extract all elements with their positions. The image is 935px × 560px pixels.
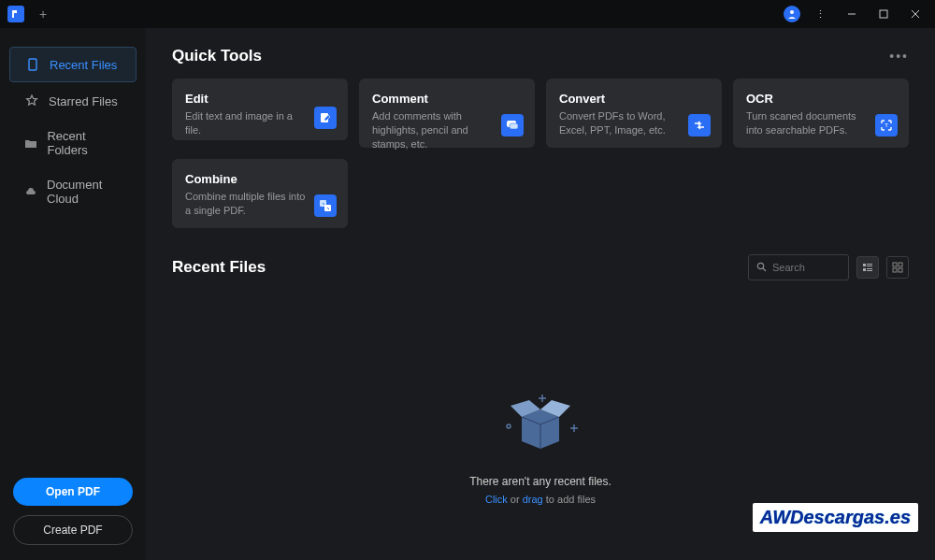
convert-icon <box>688 114 711 136</box>
sidebar-item-recent-folders[interactable]: Recent Folders <box>9 120 137 166</box>
search-icon <box>756 259 767 276</box>
maximize-button[interactable] <box>871 5 896 23</box>
svg-rect-17 <box>863 268 866 271</box>
tool-desc: Add comments with highlights, pencil and… <box>372 109 494 151</box>
drag-link[interactable]: drag <box>523 494 543 505</box>
sidebar: Recent Files Starred Files Recent Folder… <box>0 28 146 560</box>
main-content: Quick Tools ••• Edit Edit text and image… <box>146 28 935 560</box>
quick-tools-grid: Edit Edit text and image in a file. Comm… <box>172 79 909 228</box>
titlebar: + ⋮ <box>0 0 935 28</box>
svg-point-0 <box>790 10 794 14</box>
empty-state: There aren't any recent files. Click or … <box>172 383 909 505</box>
file-icon <box>25 57 40 72</box>
empty-title: There aren't any recent files. <box>469 475 611 488</box>
tool-card-combine[interactable]: Combine Combine multiple files into a si… <box>172 159 348 228</box>
svg-rect-18 <box>867 268 872 269</box>
click-link[interactable]: Click <box>485 494 508 505</box>
recent-files-title: Recent Files <box>172 258 266 277</box>
tool-title: Convert <box>559 92 709 106</box>
star-icon <box>24 93 39 108</box>
tool-desc: Combine multiple files into a single PDF… <box>185 190 307 218</box>
sidebar-item-starred-files[interactable]: Starred Files <box>9 84 137 118</box>
tool-title: Comment <box>372 92 522 106</box>
new-tab-button[interactable]: + <box>34 5 52 23</box>
svg-rect-5 <box>29 59 36 70</box>
tool-desc: Turn scaned documents into searchable PD… <box>746 109 868 137</box>
close-button[interactable] <box>903 5 928 23</box>
list-view-button[interactable] <box>856 256 879 279</box>
svg-rect-8 <box>510 123 518 129</box>
svg-rect-2 <box>880 10 887 18</box>
svg-point-12 <box>757 263 763 268</box>
svg-point-24 <box>507 424 511 428</box>
tool-desc: Edit text and image in a file. <box>185 109 307 137</box>
tool-card-comment[interactable]: Comment Add comments with highlights, pe… <box>359 79 535 148</box>
svg-text:T: T <box>885 122 888 128</box>
sidebar-item-label: Starred Files <box>49 94 118 108</box>
empty-subtitle: Click or drag to add files <box>485 494 596 505</box>
search-input-container[interactable] <box>748 254 849 280</box>
tool-card-ocr[interactable]: OCR Turn scaned documents into searchabl… <box>733 79 909 148</box>
svg-rect-20 <box>893 263 897 266</box>
user-avatar[interactable] <box>784 6 800 22</box>
sidebar-item-label: Recent Folders <box>47 129 122 157</box>
quick-tools-title: Quick Tools <box>172 47 262 65</box>
open-pdf-button[interactable]: Open PDF <box>13 478 133 506</box>
ocr-icon: T <box>875 114 898 136</box>
minimize-button[interactable] <box>840 5 864 23</box>
watermark: AWDescargas.es <box>753 503 918 532</box>
comment-icon <box>501 114 524 136</box>
tool-card-convert[interactable]: Convert Convert PDFs to Word, Excel, PPT… <box>546 79 722 148</box>
svg-rect-22 <box>893 268 897 272</box>
svg-rect-19 <box>867 270 872 271</box>
cloud-icon <box>24 184 37 199</box>
tool-desc: Convert PDFs to Word, Excel, PPT, Image,… <box>559 109 681 137</box>
edit-icon <box>314 107 337 129</box>
more-icon[interactable]: ••• <box>889 49 909 64</box>
tool-title: Edit <box>185 92 335 106</box>
sidebar-item-document-cloud[interactable]: Document Cloud <box>9 168 137 215</box>
search-input[interactable] <box>772 262 838 273</box>
sidebar-item-label: Document Cloud <box>47 178 122 206</box>
svg-rect-15 <box>867 264 872 265</box>
svg-line-13 <box>763 268 766 271</box>
folder-icon <box>24 136 37 151</box>
tool-title: OCR <box>746 92 896 106</box>
combine-icon <box>314 194 337 217</box>
svg-rect-14 <box>863 264 866 266</box>
grid-view-button[interactable] <box>886 256 909 279</box>
create-pdf-button[interactable]: Create PDF <box>13 515 133 545</box>
tool-title: Combine <box>185 172 335 186</box>
sidebar-item-label: Recent Files <box>50 58 117 72</box>
app-logo <box>7 6 24 22</box>
sidebar-item-recent-files[interactable]: Recent Files <box>9 47 137 82</box>
svg-rect-21 <box>899 263 902 266</box>
kebab-menu-icon[interactable]: ⋮ <box>808 5 832 23</box>
svg-rect-23 <box>899 268 902 272</box>
svg-rect-16 <box>867 266 872 266</box>
empty-box-icon <box>484 383 597 458</box>
tool-card-edit[interactable]: Edit Edit text and image in a file. <box>172 79 348 140</box>
